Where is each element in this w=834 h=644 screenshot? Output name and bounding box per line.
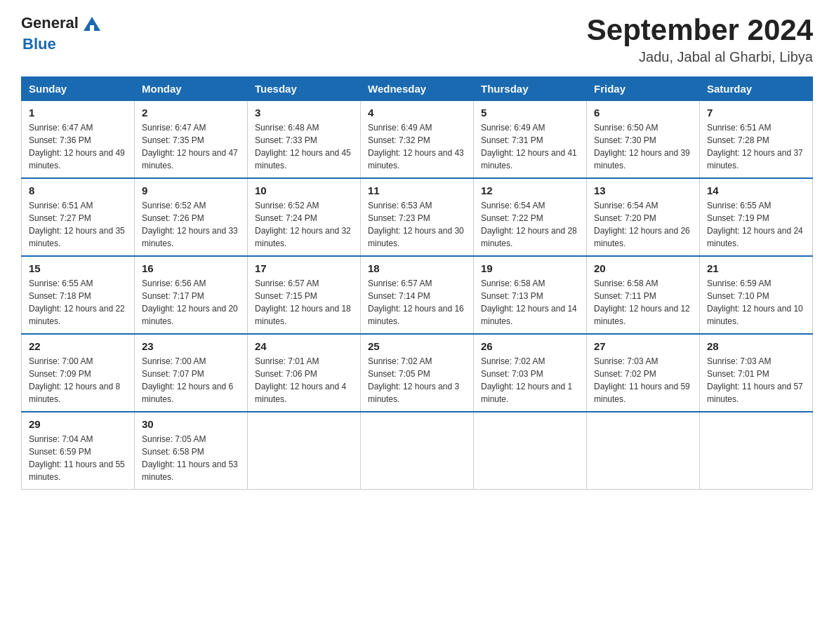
col-header-sunday: Sunday — [22, 77, 135, 101]
day-number: 26 — [481, 340, 579, 352]
calendar-cell: 30Sunrise: 7:05 AMSunset: 6:58 PMDayligh… — [135, 412, 248, 490]
logo: General Blue — [21, 14, 103, 53]
calendar-cell: 13Sunrise: 6:54 AMSunset: 7:20 PMDayligh… — [587, 178, 700, 256]
calendar-cell: 26Sunrise: 7:02 AMSunset: 7:03 PMDayligh… — [474, 334, 587, 412]
svg-rect-1 — [90, 25, 94, 31]
day-number: 23 — [142, 340, 240, 352]
calendar-week-row: 15Sunrise: 6:55 AMSunset: 7:18 PMDayligh… — [22, 256, 813, 334]
day-number: 2 — [142, 107, 240, 119]
calendar-cell: 8Sunrise: 6:51 AMSunset: 7:27 PMDaylight… — [22, 178, 135, 256]
calendar-cell — [474, 412, 587, 490]
day-number: 19 — [481, 262, 579, 274]
day-info: Sunrise: 6:47 AMSunset: 7:36 PMDaylight:… — [29, 121, 127, 172]
calendar-cell: 20Sunrise: 6:58 AMSunset: 7:11 PMDayligh… — [587, 256, 700, 334]
day-info: Sunrise: 7:01 AMSunset: 7:06 PMDaylight:… — [255, 355, 353, 405]
calendar-cell: 15Sunrise: 6:55 AMSunset: 7:18 PMDayligh… — [22, 256, 135, 334]
day-info: Sunrise: 7:03 AMSunset: 7:01 PMDaylight:… — [707, 355, 805, 405]
calendar-cell — [361, 412, 474, 490]
day-number: 27 — [594, 340, 692, 352]
calendar-cell: 18Sunrise: 6:57 AMSunset: 7:14 PMDayligh… — [361, 256, 474, 334]
calendar-cell: 3Sunrise: 6:48 AMSunset: 7:33 PMDaylight… — [248, 101, 361, 179]
calendar-cell: 22Sunrise: 7:00 AMSunset: 7:09 PMDayligh… — [22, 334, 135, 412]
day-info: Sunrise: 7:00 AMSunset: 7:07 PMDaylight:… — [142, 355, 240, 405]
calendar-cell: 12Sunrise: 6:54 AMSunset: 7:22 PMDayligh… — [474, 178, 587, 256]
page-header: General Blue September 2024 Jadu, Jabal … — [21, 14, 813, 65]
logo-icon — [82, 15, 102, 35]
day-number: 8 — [29, 185, 127, 196]
month-title: September 2024 — [587, 14, 813, 46]
day-info: Sunrise: 6:55 AMSunset: 7:18 PMDaylight:… — [29, 277, 127, 328]
col-header-monday: Monday — [135, 77, 248, 101]
day-number: 9 — [142, 185, 240, 196]
calendar-cell: 7Sunrise: 6:51 AMSunset: 7:28 PMDaylight… — [700, 101, 813, 179]
day-info: Sunrise: 6:54 AMSunset: 7:20 PMDaylight:… — [594, 199, 692, 250]
day-info: Sunrise: 6:49 AMSunset: 7:31 PMDaylight:… — [481, 121, 579, 172]
day-number: 25 — [368, 340, 466, 352]
day-number: 24 — [255, 340, 353, 352]
day-number: 29 — [29, 418, 127, 430]
calendar-cell: 28Sunrise: 7:03 AMSunset: 7:01 PMDayligh… — [700, 334, 813, 412]
calendar-cell: 29Sunrise: 7:04 AMSunset: 6:59 PMDayligh… — [22, 412, 135, 490]
day-info: Sunrise: 6:49 AMSunset: 7:32 PMDaylight:… — [368, 121, 466, 172]
day-number: 3 — [255, 107, 353, 119]
col-header-thursday: Thursday — [474, 77, 587, 101]
day-info: Sunrise: 6:58 AMSunset: 7:11 PMDaylight:… — [594, 277, 692, 328]
day-number: 15 — [29, 262, 127, 274]
col-header-friday: Friday — [587, 77, 700, 101]
day-number: 1 — [29, 107, 127, 119]
day-number: 22 — [29, 340, 127, 352]
day-number: 7 — [707, 107, 805, 119]
day-number: 11 — [368, 185, 466, 196]
calendar-cell: 23Sunrise: 7:00 AMSunset: 7:07 PMDayligh… — [135, 334, 248, 412]
calendar-cell: 10Sunrise: 6:52 AMSunset: 7:24 PMDayligh… — [248, 178, 361, 256]
day-info: Sunrise: 7:00 AMSunset: 7:09 PMDaylight:… — [29, 355, 127, 405]
calendar-cell: 25Sunrise: 7:02 AMSunset: 7:05 PMDayligh… — [361, 334, 474, 412]
day-number: 17 — [255, 262, 353, 274]
calendar-cell: 14Sunrise: 6:55 AMSunset: 7:19 PMDayligh… — [700, 178, 813, 256]
day-info: Sunrise: 6:51 AMSunset: 7:27 PMDaylight:… — [29, 199, 127, 250]
day-info: Sunrise: 6:57 AMSunset: 7:14 PMDaylight:… — [368, 277, 466, 328]
calendar-header-row: SundayMondayTuesdayWednesdayThursdayFrid… — [22, 77, 813, 101]
day-info: Sunrise: 6:48 AMSunset: 7:33 PMDaylight:… — [255, 121, 353, 172]
calendar-cell: 17Sunrise: 6:57 AMSunset: 7:15 PMDayligh… — [248, 256, 361, 334]
day-number: 20 — [594, 262, 692, 274]
calendar-cell: 6Sunrise: 6:50 AMSunset: 7:30 PMDaylight… — [587, 101, 700, 179]
day-number: 13 — [594, 185, 692, 196]
day-number: 28 — [707, 340, 805, 352]
day-info: Sunrise: 6:52 AMSunset: 7:26 PMDaylight:… — [142, 199, 240, 250]
day-info: Sunrise: 7:04 AMSunset: 6:59 PMDaylight:… — [29, 433, 127, 483]
title-section: September 2024 Jadu, Jabal al Gharbi, Li… — [587, 14, 813, 65]
logo-text-blue: Blue — [22, 35, 56, 53]
logo-block: General Blue — [21, 14, 103, 53]
day-number: 4 — [368, 107, 466, 119]
calendar-cell: 21Sunrise: 6:59 AMSunset: 7:10 PMDayligh… — [700, 256, 813, 334]
day-number: 5 — [481, 107, 579, 119]
calendar-cell: 27Sunrise: 7:03 AMSunset: 7:02 PMDayligh… — [587, 334, 700, 412]
calendar-cell: 19Sunrise: 6:58 AMSunset: 7:13 PMDayligh… — [474, 256, 587, 334]
day-number: 21 — [707, 262, 805, 274]
day-info: Sunrise: 6:55 AMSunset: 7:19 PMDaylight:… — [707, 199, 805, 250]
calendar-week-row: 1Sunrise: 6:47 AMSunset: 7:36 PMDaylight… — [22, 101, 813, 179]
calendar-cell: 9Sunrise: 6:52 AMSunset: 7:26 PMDaylight… — [135, 178, 248, 256]
col-header-saturday: Saturday — [700, 77, 813, 101]
day-info: Sunrise: 6:51 AMSunset: 7:28 PMDaylight:… — [707, 121, 805, 172]
location-title: Jadu, Jabal al Gharbi, Libya — [587, 49, 813, 65]
day-number: 6 — [594, 107, 692, 119]
day-number: 12 — [481, 185, 579, 196]
calendar-cell: 4Sunrise: 6:49 AMSunset: 7:32 PMDaylight… — [361, 101, 474, 179]
day-number: 18 — [368, 262, 466, 274]
day-info: Sunrise: 6:47 AMSunset: 7:35 PMDaylight:… — [142, 121, 240, 172]
day-info: Sunrise: 6:54 AMSunset: 7:22 PMDaylight:… — [481, 199, 579, 250]
calendar-cell — [248, 412, 361, 490]
day-info: Sunrise: 6:57 AMSunset: 7:15 PMDaylight:… — [255, 277, 353, 328]
day-number: 16 — [142, 262, 240, 274]
calendar-week-row: 29Sunrise: 7:04 AMSunset: 6:59 PMDayligh… — [22, 412, 813, 490]
col-header-tuesday: Tuesday — [248, 77, 361, 101]
calendar-week-row: 8Sunrise: 6:51 AMSunset: 7:27 PMDaylight… — [22, 178, 813, 256]
day-info: Sunrise: 6:58 AMSunset: 7:13 PMDaylight:… — [481, 277, 579, 328]
day-info: Sunrise: 6:52 AMSunset: 7:24 PMDaylight:… — [255, 199, 353, 250]
day-info: Sunrise: 6:53 AMSunset: 7:23 PMDaylight:… — [368, 199, 466, 250]
calendar-week-row: 22Sunrise: 7:00 AMSunset: 7:09 PMDayligh… — [22, 334, 813, 412]
day-info: Sunrise: 6:56 AMSunset: 7:17 PMDaylight:… — [142, 277, 240, 328]
calendar-cell: 11Sunrise: 6:53 AMSunset: 7:23 PMDayligh… — [361, 178, 474, 256]
